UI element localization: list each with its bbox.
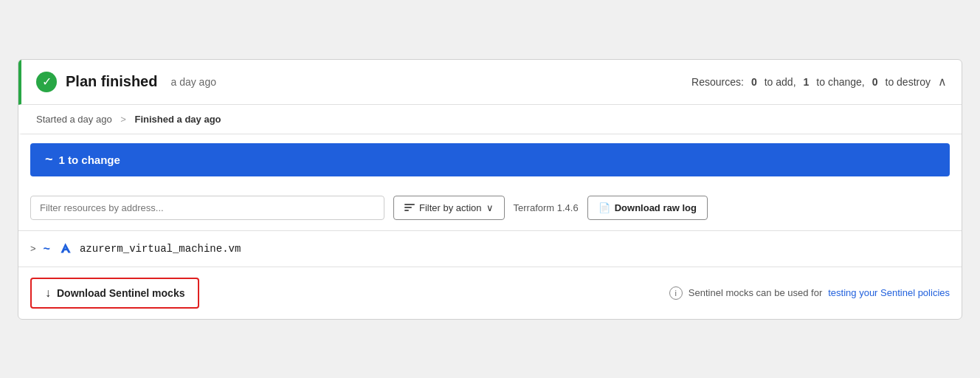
sentinel-info: i Sentinel mocks can be used for testing… [669, 286, 950, 300]
breadcrumb-finished: Finished a day ago [134, 114, 221, 125]
sentinel-policies-link[interactable]: testing your Sentinel policies [828, 287, 950, 298]
breadcrumb-row: Started a day ago > Finished a day ago [18, 105, 962, 134]
plan-time: a day ago [170, 76, 216, 88]
breadcrumb-started: Started a day ago [36, 114, 112, 125]
breadcrumb-separator: > [120, 114, 126, 125]
filter-resources-input[interactable] [30, 196, 384, 220]
doc-icon: 📄 [598, 202, 610, 213]
main-card: ✓ Plan finished a day ago Resources: 0 t… [18, 59, 962, 320]
download-raw-label: Download raw log [615, 202, 697, 213]
success-icon: ✓ [36, 72, 57, 92]
footer-row: ↓ Download Sentinel mocks i Sentinel moc… [18, 267, 962, 319]
tilde-icon: ~ [45, 152, 53, 168]
to-add-text: to add, [765, 76, 796, 88]
filter-row: Filter by action ∨ Terraform 1.4.6 📄 Dow… [18, 185, 962, 231]
header-left: ✓ Plan finished a day ago [36, 72, 216, 92]
change-count: 1 [804, 76, 810, 88]
resource-row: > ~ azurerm_virtual_machine.vm [18, 231, 962, 267]
change-banner-label: 1 to change [59, 154, 120, 166]
plan-title: Plan finished [66, 73, 157, 90]
download-raw-log-button[interactable]: 📄 Download raw log [587, 196, 708, 220]
azure-icon [58, 241, 72, 256]
destroy-count: 0 [872, 76, 878, 88]
header-row: ✓ Plan finished a day ago Resources: 0 t… [18, 60, 962, 105]
filter-by-action-button[interactable]: Filter by action ∨ [393, 196, 505, 220]
add-count: 0 [751, 76, 757, 88]
filter-action-label: Filter by action [419, 202, 482, 213]
collapse-icon[interactable]: ∧ [938, 75, 947, 89]
sentinel-text: Sentinel mocks can be used for [689, 287, 822, 298]
to-destroy-text: to destroy [886, 76, 931, 88]
chevron-down-icon: ∨ [486, 202, 494, 213]
to-change-text: to change, [816, 76, 864, 88]
change-tilde-icon: ~ [44, 242, 50, 255]
terraform-version: Terraform 1.4.6 [514, 202, 579, 213]
download-sentinel-label: Download Sentinel mocks [57, 287, 184, 299]
chevron-right-icon[interactable]: > [30, 243, 36, 254]
resource-name: azurerm_virtual_machine.vm [80, 243, 241, 255]
resources-label: Resources: [691, 76, 744, 88]
filter-lines-icon [404, 204, 415, 211]
download-sentinel-icon: ↓ [45, 286, 51, 300]
header-right: Resources: 0 to add, 1 to change, 0 to d… [691, 75, 947, 89]
download-sentinel-button[interactable]: ↓ Download Sentinel mocks [30, 278, 199, 309]
change-banner[interactable]: ~ 1 to change [30, 143, 950, 176]
info-icon: i [669, 286, 683, 300]
